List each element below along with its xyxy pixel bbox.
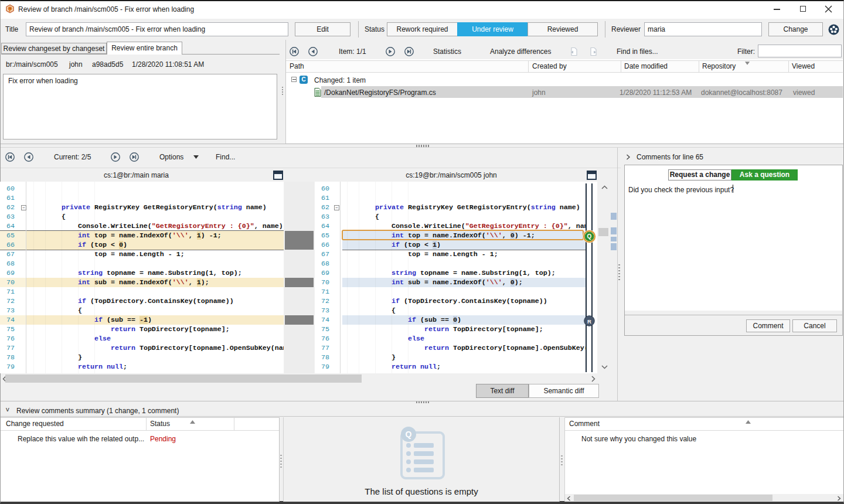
svg-text:Q: Q xyxy=(587,233,592,240)
svg-text:R: R xyxy=(587,318,591,325)
svg-text:Q: Q xyxy=(406,430,412,439)
